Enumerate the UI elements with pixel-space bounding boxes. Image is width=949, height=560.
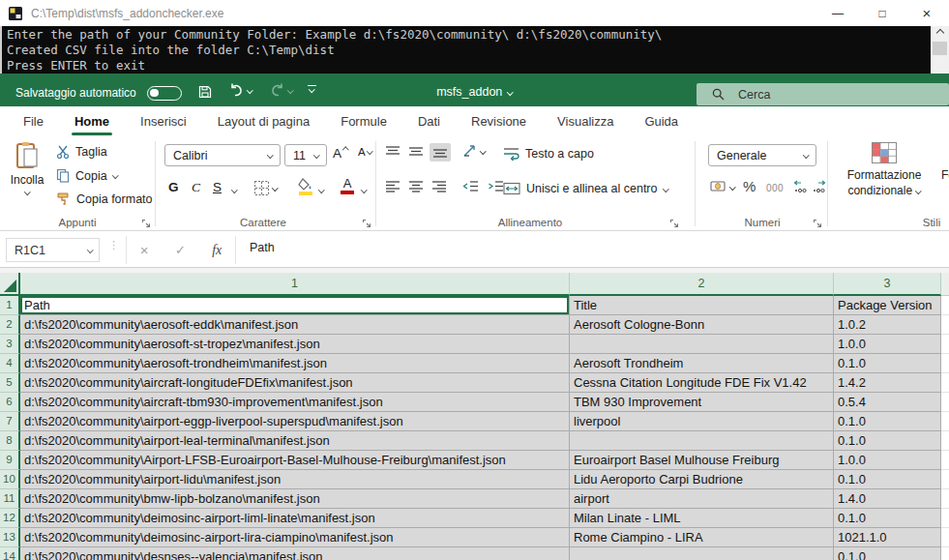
save-button[interactable] [197, 84, 213, 100]
number-format-select[interactable]: Generale [708, 144, 816, 166]
cell-title[interactable]: Title [570, 296, 834, 315]
cell-title[interactable]: Cessna Citation Longitude FDE Fix V1.42 [570, 373, 834, 393]
cell-extra[interactable] [941, 470, 949, 489]
copy-button[interactable]: Copia [56, 168, 117, 183]
increase-decimal-button[interactable] [793, 180, 808, 194]
row-header-8[interactable]: 8 [0, 431, 20, 451]
row-header-4[interactable]: 4 [0, 354, 20, 373]
row-header-2[interactable]: 2 [0, 315, 20, 335]
cell-version[interactable]: 1.0.0 [834, 335, 941, 354]
cancel-icon[interactable]: × [140, 242, 149, 258]
decrease-decimal-button[interactable] [812, 180, 826, 194]
cell-title[interactable]: Milan Linate - LIML [570, 509, 834, 528]
grow-font-button[interactable]: A [333, 146, 348, 161]
row-header-14[interactable]: 14 [0, 547, 20, 560]
cell-title[interactable]: Rome Ciampino - LIRA [570, 528, 834, 547]
cell-extra[interactable] [941, 509, 949, 528]
cell-title[interactable] [570, 547, 834, 560]
cell-extra[interactable] [941, 335, 949, 354]
cell-path[interactable]: d:\fs2020\community\bmw-lipb-bolzano\man… [20, 489, 570, 509]
cell-extra[interactable] [941, 547, 949, 560]
search-input[interactable]: Cerca [697, 83, 949, 105]
percent-style-button[interactable]: % [743, 178, 756, 194]
autosave-toggle[interactable] [147, 86, 182, 101]
formula-bar-resize-handle[interactable]: ⋮ [108, 242, 119, 248]
column-header-1[interactable]: 1 [20, 273, 570, 296]
cell-title[interactable]: Aerosoft Trondheim [570, 354, 834, 373]
cell-extra[interactable] [941, 431, 949, 451]
cell-title[interactable]: airport [570, 489, 834, 509]
cell-path[interactable]: d:\fs2020\community\aerosoft-eddk\manife… [20, 315, 570, 335]
dialog-launcher-icon[interactable] [141, 219, 151, 228]
wrap-text-button[interactable]: Testo a capo [503, 147, 594, 161]
cell-version[interactable]: 0.1.0 [834, 470, 941, 489]
tab-layout-di-pagina[interactable]: Layout di pagina [202, 106, 325, 137]
cut-button[interactable]: Taglia [56, 145, 107, 159]
cell-version[interactable]: 0.5.4 [834, 393, 941, 412]
cell-version[interactable]: 0.1.0 [834, 354, 941, 373]
tab-visualizza[interactable]: Visualizza [542, 106, 629, 137]
quick-access-toolbar-button[interactable] [308, 85, 316, 92]
enter-icon[interactable]: ✓ [175, 243, 186, 257]
format-as-table-button[interactable]: Formatta tab [911, 142, 949, 198]
accounting-format-button[interactable] [710, 180, 735, 193]
scrollbar-thumb[interactable] [933, 42, 947, 55]
cell-version[interactable]: 0.1.0 [834, 509, 941, 528]
row-header-9[interactable]: 9 [0, 451, 20, 470]
cell-extra[interactable] [941, 451, 949, 470]
row-header-5[interactable]: 5 [0, 373, 20, 393]
bold-button[interactable]: G [168, 180, 179, 194]
tab-guida[interactable]: Guida [629, 106, 694, 137]
cell-path[interactable]: d:\fs2020\community\airport-eggp-liverpo… [20, 412, 570, 431]
cell-version[interactable]: Package Version [834, 296, 941, 315]
cell-path[interactable]: d:\fs2020\community\aircraft-longitudeFD… [20, 373, 570, 393]
tab-inserisci[interactable]: Inserisci [125, 106, 202, 137]
cell-extra[interactable] [941, 412, 949, 431]
fill-color-button[interactable] [298, 178, 313, 195]
cell-version[interactable]: 1.4.2 [834, 373, 941, 393]
cell-path[interactable]: d:\fs2020\community\aircraft-tbm930-impr… [20, 393, 570, 412]
cell-extra[interactable] [941, 354, 949, 373]
cell-version[interactable]: 1.0.0 [834, 451, 941, 470]
row-header-12[interactable]: 12 [0, 509, 20, 528]
cell-version[interactable]: 0.1.0 [834, 547, 941, 560]
chevron-down-icon[interactable] [361, 187, 367, 192]
cell-extra[interactable] [941, 315, 949, 335]
row-header-11[interactable]: 11 [0, 489, 20, 509]
tab-dati[interactable]: Dati [402, 106, 456, 137]
cell-title[interactable]: Aerosoft Cologne-Bonn [570, 315, 834, 335]
row-header-1[interactable]: 1 [0, 296, 20, 315]
decrease-indent-button[interactable] [462, 180, 479, 192]
minimize-button[interactable]: — [816, 0, 860, 26]
insert-function-icon[interactable]: fx [212, 243, 222, 258]
cell-version[interactable]: 0.1.0 [834, 431, 941, 451]
tab-home[interactable]: Home [59, 106, 125, 137]
cell-extra[interactable] [941, 393, 949, 412]
select-all-button[interactable] [0, 273, 20, 296]
cell-path[interactable]: d:\fs2020\community\aerosoft-st-tropez\m… [20, 335, 570, 354]
column-header-3[interactable]: 3 [834, 273, 941, 296]
cell-extra[interactable] [941, 528, 949, 547]
scroll-up-icon[interactable] [931, 26, 949, 40]
row-header-6[interactable]: 6 [0, 393, 20, 412]
cell-extra[interactable] [941, 296, 949, 315]
cell-version[interactable]: 1021.1.0 [834, 528, 941, 547]
cell-path[interactable]: d:\fs2020\community\airport-lidu\manifes… [20, 470, 570, 489]
italic-button[interactable]: C [192, 180, 200, 195]
cell-title[interactable] [570, 335, 834, 354]
cell-path[interactable]: d:\fs2020\community\airport-leal-termina… [20, 431, 570, 451]
dialog-launcher-icon[interactable] [813, 219, 822, 228]
cell-title[interactable]: TBM 930 Improvement [570, 393, 834, 412]
cell-version[interactable]: 1.0.2 [834, 315, 941, 335]
formula-input[interactable]: Path [250, 241, 275, 254]
chevron-down-icon[interactable] [318, 187, 324, 192]
shrink-font-button[interactable]: A [358, 146, 371, 158]
tab-formule[interactable]: Formule [325, 106, 402, 137]
cell-title[interactable]: liverpool [570, 412, 834, 431]
cell-path[interactable]: d:\fs2020\community\aerosoft-trondheim\m… [20, 354, 570, 373]
cell-path[interactable]: d:\fs2020\community\deimosinc-airport-li… [20, 509, 570, 528]
cell-path[interactable]: d:\fs2020\community\deimosinc-airport-li… [20, 528, 570, 547]
orientation-button[interactable] [462, 143, 486, 159]
font-name-select[interactable]: Calibri [164, 144, 281, 166]
redo-button[interactable] [269, 82, 293, 99]
